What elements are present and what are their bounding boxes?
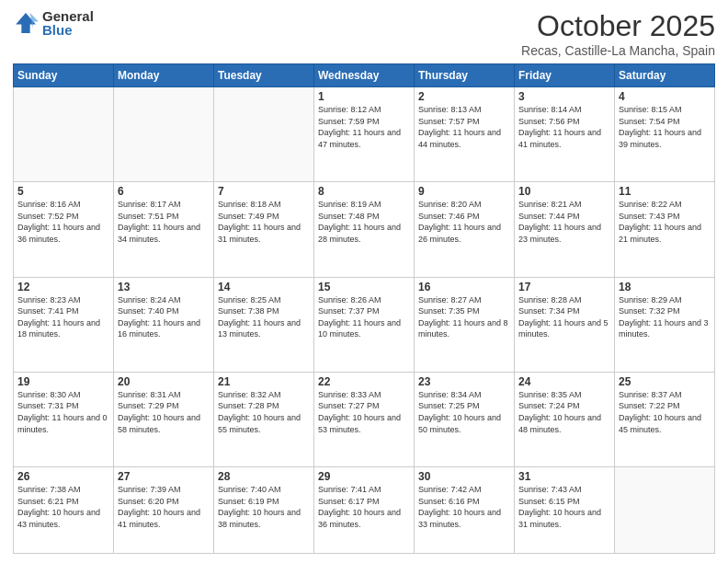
day-number: 1 (318, 90, 410, 103)
calendar-table: Sunday Monday Tuesday Wednesday Thursday… (13, 63, 715, 554)
table-row: 22Sunrise: 8:33 AM Sunset: 7:27 PM Dayli… (314, 372, 415, 466)
table-row: 2Sunrise: 8:13 AM Sunset: 7:57 PM Daylig… (415, 87, 515, 182)
day-info: Sunrise: 8:14 AM Sunset: 7:56 PM Dayligh… (518, 104, 610, 150)
title-block: October 2025 Recas, Castille-La Mancha, … (521, 9, 715, 58)
day-number: 25 (619, 375, 711, 388)
table-row: 23Sunrise: 8:34 AM Sunset: 7:25 PM Dayli… (415, 372, 515, 466)
day-info: Sunrise: 7:43 AM Sunset: 6:15 PM Dayligh… (518, 484, 610, 530)
day-info: Sunrise: 8:23 AM Sunset: 7:41 PM Dayligh… (17, 294, 109, 340)
day-number: 2 (418, 90, 510, 103)
calendar-week-row: 26Sunrise: 7:38 AM Sunset: 6:21 PM Dayli… (14, 467, 715, 554)
calendar-week-row: 12Sunrise: 8:23 AM Sunset: 7:41 PM Dayli… (14, 277, 715, 372)
day-info: Sunrise: 8:26 AM Sunset: 7:37 PM Dayligh… (318, 294, 410, 340)
day-number: 17 (518, 281, 610, 293)
day-info: Sunrise: 8:13 AM Sunset: 7:57 PM Dayligh… (418, 104, 510, 150)
table-row: 29Sunrise: 7:41 AM Sunset: 6:17 PM Dayli… (314, 467, 415, 554)
header: General Blue October 2025 Recas, Castill… (13, 9, 715, 58)
day-number: 24 (518, 375, 610, 388)
calendar-week-row: 19Sunrise: 8:30 AM Sunset: 7:31 PM Dayli… (14, 372, 715, 466)
day-info: Sunrise: 8:17 AM Sunset: 7:51 PM Dayligh… (118, 199, 210, 245)
day-number: 15 (318, 281, 410, 293)
day-number: 11 (619, 185, 711, 198)
page: General Blue October 2025 Recas, Castill… (0, 0, 728, 563)
day-number: 29 (318, 470, 410, 483)
table-row (214, 87, 314, 182)
table-row: 27Sunrise: 7:39 AM Sunset: 6:20 PM Dayli… (114, 467, 214, 554)
month-title: October 2025 (521, 9, 715, 43)
calendar-week-row: 1Sunrise: 8:12 AM Sunset: 7:59 PM Daylig… (14, 87, 715, 182)
logo-blue-text: Blue (42, 23, 94, 37)
table-row (114, 87, 214, 182)
col-saturday: Saturday (615, 64, 715, 87)
col-wednesday: Wednesday (314, 64, 415, 87)
table-row: 30Sunrise: 7:42 AM Sunset: 6:16 PM Dayli… (415, 467, 515, 554)
table-row: 11Sunrise: 8:22 AM Sunset: 7:43 PM Dayli… (615, 182, 715, 277)
day-info: Sunrise: 7:39 AM Sunset: 6:20 PM Dayligh… (118, 484, 210, 530)
table-row: 3Sunrise: 8:14 AM Sunset: 7:56 PM Daylig… (515, 87, 615, 182)
day-number: 14 (218, 281, 310, 293)
table-row: 24Sunrise: 8:35 AM Sunset: 7:24 PM Dayli… (515, 372, 615, 466)
day-info: Sunrise: 8:18 AM Sunset: 7:49 PM Dayligh… (218, 199, 310, 245)
day-number: 27 (118, 470, 210, 483)
day-info: Sunrise: 8:34 AM Sunset: 7:25 PM Dayligh… (418, 389, 510, 435)
day-info: Sunrise: 8:25 AM Sunset: 7:38 PM Dayligh… (218, 294, 310, 340)
day-number: 4 (619, 90, 711, 103)
day-number: 23 (418, 375, 510, 388)
table-row: 25Sunrise: 8:37 AM Sunset: 7:22 PM Dayli… (615, 372, 715, 466)
table-row: 26Sunrise: 7:38 AM Sunset: 6:21 PM Dayli… (14, 467, 114, 554)
table-row: 8Sunrise: 8:19 AM Sunset: 7:48 PM Daylig… (314, 182, 415, 277)
day-number: 7 (218, 185, 310, 198)
day-info: Sunrise: 8:22 AM Sunset: 7:43 PM Dayligh… (619, 199, 711, 245)
day-info: Sunrise: 7:42 AM Sunset: 6:16 PM Dayligh… (418, 484, 510, 530)
table-row: 16Sunrise: 8:27 AM Sunset: 7:35 PM Dayli… (415, 277, 515, 372)
table-row: 9Sunrise: 8:20 AM Sunset: 7:46 PM Daylig… (415, 182, 515, 277)
day-number: 21 (218, 375, 310, 388)
day-info: Sunrise: 8:21 AM Sunset: 7:44 PM Dayligh… (518, 199, 610, 245)
day-number: 20 (118, 375, 210, 388)
day-info: Sunrise: 7:40 AM Sunset: 6:19 PM Dayligh… (218, 484, 310, 530)
logo: General Blue (13, 9, 94, 37)
day-info: Sunrise: 8:31 AM Sunset: 7:29 PM Dayligh… (118, 389, 210, 435)
day-info: Sunrise: 8:20 AM Sunset: 7:46 PM Dayligh… (418, 199, 510, 245)
location-subtitle: Recas, Castille-La Mancha, Spain (521, 43, 715, 58)
day-number: 13 (118, 281, 210, 293)
day-info: Sunrise: 8:16 AM Sunset: 7:52 PM Dayligh… (17, 199, 109, 245)
day-info: Sunrise: 8:19 AM Sunset: 7:48 PM Dayligh… (318, 199, 410, 245)
day-info: Sunrise: 8:15 AM Sunset: 7:54 PM Dayligh… (619, 104, 711, 150)
day-number: 18 (619, 281, 711, 293)
table-row: 6Sunrise: 8:17 AM Sunset: 7:51 PM Daylig… (114, 182, 214, 277)
day-info: Sunrise: 8:12 AM Sunset: 7:59 PM Dayligh… (318, 104, 410, 150)
day-number: 10 (518, 185, 610, 198)
col-friday: Friday (515, 64, 615, 87)
table-row: 13Sunrise: 8:24 AM Sunset: 7:40 PM Dayli… (114, 277, 214, 372)
day-number: 30 (418, 470, 510, 483)
logo-general-text: General (42, 9, 94, 23)
table-row: 17Sunrise: 8:28 AM Sunset: 7:34 PM Dayli… (515, 277, 615, 372)
table-row: 10Sunrise: 8:21 AM Sunset: 7:44 PM Dayli… (515, 182, 615, 277)
day-number: 12 (17, 281, 109, 293)
day-number: 28 (218, 470, 310, 483)
day-info: Sunrise: 8:29 AM Sunset: 7:32 PM Dayligh… (619, 294, 711, 340)
day-number: 22 (318, 375, 410, 388)
calendar-week-row: 5Sunrise: 8:16 AM Sunset: 7:52 PM Daylig… (14, 182, 715, 277)
day-number: 8 (318, 185, 410, 198)
table-row: 28Sunrise: 7:40 AM Sunset: 6:19 PM Dayli… (214, 467, 314, 554)
day-info: Sunrise: 8:37 AM Sunset: 7:22 PM Dayligh… (619, 389, 711, 435)
calendar-header-row: Sunday Monday Tuesday Wednesday Thursday… (14, 64, 715, 87)
table-row: 14Sunrise: 8:25 AM Sunset: 7:38 PM Dayli… (214, 277, 314, 372)
day-info: Sunrise: 7:41 AM Sunset: 6:17 PM Dayligh… (318, 484, 410, 530)
day-info: Sunrise: 8:28 AM Sunset: 7:34 PM Dayligh… (518, 294, 610, 340)
day-number: 26 (17, 470, 109, 483)
table-row: 21Sunrise: 8:32 AM Sunset: 7:28 PM Dayli… (214, 372, 314, 466)
table-row (14, 87, 114, 182)
day-number: 5 (17, 185, 109, 198)
day-info: Sunrise: 8:30 AM Sunset: 7:31 PM Dayligh… (17, 389, 109, 435)
day-info: Sunrise: 8:27 AM Sunset: 7:35 PM Dayligh… (418, 294, 510, 340)
day-info: Sunrise: 8:32 AM Sunset: 7:28 PM Dayligh… (218, 389, 310, 435)
table-row: 19Sunrise: 8:30 AM Sunset: 7:31 PM Dayli… (14, 372, 114, 466)
col-thursday: Thursday (415, 64, 515, 87)
day-number: 6 (118, 185, 210, 198)
table-row: 18Sunrise: 8:29 AM Sunset: 7:32 PM Dayli… (615, 277, 715, 372)
day-info: Sunrise: 7:38 AM Sunset: 6:21 PM Dayligh… (17, 484, 109, 530)
logo-text: General Blue (42, 9, 94, 37)
